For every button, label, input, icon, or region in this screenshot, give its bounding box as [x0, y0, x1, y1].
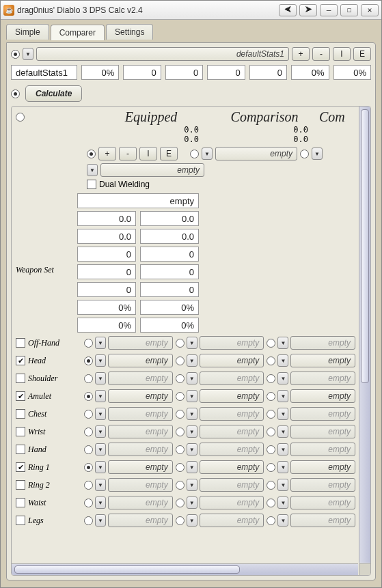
eq-combo[interactable]: empty: [100, 163, 204, 177]
eq-minus[interactable]: -: [119, 147, 137, 160]
dual-wielding-checkbox[interactable]: [87, 180, 96, 189]
slot-combo[interactable]: empty: [290, 354, 355, 367]
slot-checkbox[interactable]: ✔: [16, 356, 25, 365]
weapon-a-0[interactable]: 0.0: [77, 211, 136, 226]
slot-radio[interactable]: [267, 463, 275, 472]
weapon-b-0[interactable]: 0.0: [140, 211, 199, 226]
slot-checkbox[interactable]: ✔: [16, 462, 25, 472]
weapon-b-5[interactable]: 0%: [140, 300, 199, 315]
stats-name-field[interactable]: defaultStats1: [11, 65, 77, 80]
stats-dropdown-arrow[interactable]: ▼: [23, 48, 33, 60]
cmp2-radio[interactable]: [300, 150, 309, 158]
slot-checkbox[interactable]: ✔: [16, 391, 25, 401]
slot-radio: [176, 499, 185, 507]
tab-simple[interactable]: Simple: [6, 24, 49, 40]
slot-checkbox[interactable]: [16, 427, 25, 436]
chevron-down-icon[interactable]: ▼: [187, 354, 197, 367]
stats-add-button[interactable]: +: [292, 47, 310, 61]
slot-combo[interactable]: empty: [200, 389, 264, 403]
slot-combo[interactable]: empty: [200, 460, 264, 474]
slot-combo[interactable]: empty: [200, 354, 264, 367]
slot-radio[interactable]: [84, 356, 93, 365]
vertical-scrollbar[interactable]: [359, 107, 370, 563]
chevron-down-icon[interactable]: ▼: [277, 354, 288, 367]
stats-val-0[interactable]: 0%: [81, 65, 119, 80]
slot-radio[interactable]: [176, 392, 185, 401]
slot-checkbox[interactable]: [16, 374, 25, 383]
cmp-radio[interactable]: [190, 150, 199, 158]
chevron-down-icon[interactable]: ▼: [95, 354, 106, 367]
prev-window-button[interactable]: ⮜: [279, 4, 297, 16]
weapon-a-3[interactable]: 0: [77, 264, 136, 279]
weapon-a-4[interactable]: 0: [77, 282, 136, 297]
stats-val-2[interactable]: 0: [165, 65, 203, 80]
chevron-down-icon[interactable]: ▼: [95, 390, 106, 402]
maximize-button[interactable]: ☐: [340, 4, 358, 16]
group-radio[interactable]: [16, 113, 25, 122]
slot-radio[interactable]: [267, 356, 275, 365]
eq-import[interactable]: I: [139, 147, 157, 160]
close-button[interactable]: ✕: [361, 4, 379, 16]
weapon-name-field[interactable]: empty: [77, 193, 199, 208]
weapon-a-5[interactable]: 0%: [77, 300, 136, 315]
stats-export-button[interactable]: E: [353, 47, 371, 61]
slot-checkbox[interactable]: [16, 409, 25, 419]
slot-row: ✔Head▼empty▼empty▼empty: [16, 353, 355, 368]
vscroll-thumb[interactable]: [361, 109, 369, 383]
weapon-a-1[interactable]: 0.0: [77, 229, 136, 244]
slot-combo[interactable]: empty: [290, 460, 355, 474]
slot-radio[interactable]: [267, 392, 275, 401]
slot-checkbox[interactable]: [16, 445, 25, 454]
weapon-b-6[interactable]: 0%: [140, 318, 199, 333]
eq-radio[interactable]: [87, 150, 96, 158]
tab-panel-comparer: ▼ defaultStats1 + - I E defaultStats1 0%…: [6, 42, 376, 580]
weapon-a-2[interactable]: 0: [77, 247, 136, 262]
eq-select-arrow[interactable]: ▼: [87, 164, 98, 176]
eq-export[interactable]: E: [160, 147, 178, 160]
stats-val-1[interactable]: 0: [123, 65, 161, 80]
slot-combo[interactable]: empty: [108, 460, 173, 474]
slot-checkbox[interactable]: [16, 338, 25, 348]
stats-radio[interactable]: [11, 50, 20, 59]
stats-combo[interactable]: defaultStats1: [36, 47, 289, 61]
chevron-down-icon[interactable]: ▼: [277, 461, 288, 473]
next-window-button[interactable]: ⮞: [299, 4, 317, 16]
weapon-b-2[interactable]: 0: [140, 247, 199, 262]
cmp-combo[interactable]: empty: [215, 147, 297, 160]
slot-combo[interactable]: empty: [108, 354, 173, 367]
horizontal-scrollbar[interactable]: [12, 563, 358, 575]
slot-radio[interactable]: [84, 463, 93, 472]
cmp2-dropdown-arrow[interactable]: ▼: [312, 148, 323, 160]
slot-group: ▼empty: [176, 354, 264, 367]
weapon-b-4[interactable]: 0: [140, 282, 199, 297]
slot-checkbox[interactable]: [16, 480, 25, 490]
slot-radio[interactable]: [176, 356, 185, 365]
weapon-a-6[interactable]: 0%: [77, 318, 136, 333]
slot-radio[interactable]: [84, 392, 93, 401]
weapon-b-3[interactable]: 0: [140, 264, 199, 279]
tab-settings[interactable]: Settings: [106, 24, 153, 40]
slot-combo[interactable]: empty: [108, 389, 173, 403]
calculate-button[interactable]: Calculate: [25, 85, 82, 102]
tab-comparer[interactable]: Comparer: [51, 25, 105, 40]
chevron-down-icon[interactable]: ▼: [277, 390, 288, 402]
stats-val-4[interactable]: 0: [249, 65, 287, 80]
cmp-dropdown-arrow[interactable]: ▼: [202, 148, 213, 160]
eq-plus[interactable]: +: [98, 147, 116, 160]
slot-checkbox[interactable]: [16, 516, 25, 525]
stats-val-3[interactable]: 0: [207, 65, 245, 80]
hscroll-thumb[interactable]: [14, 565, 240, 574]
chevron-down-icon[interactable]: ▼: [95, 461, 106, 473]
stats-import-button[interactable]: I: [333, 47, 351, 61]
stats-val-6[interactable]: 0%: [333, 65, 371, 80]
slot-radio[interactable]: [176, 463, 185, 472]
slot-combo[interactable]: empty: [290, 389, 355, 403]
chevron-down-icon[interactable]: ▼: [187, 461, 197, 473]
chevron-down-icon[interactable]: ▼: [187, 390, 197, 402]
weapon-b-1[interactable]: 0.0: [140, 229, 199, 244]
calc-radio[interactable]: [11, 89, 20, 98]
minimize-button[interactable]: —: [320, 4, 338, 16]
stats-val-5[interactable]: 0%: [291, 65, 329, 80]
slot-checkbox[interactable]: [16, 498, 25, 507]
stats-remove-button[interactable]: -: [312, 47, 330, 61]
